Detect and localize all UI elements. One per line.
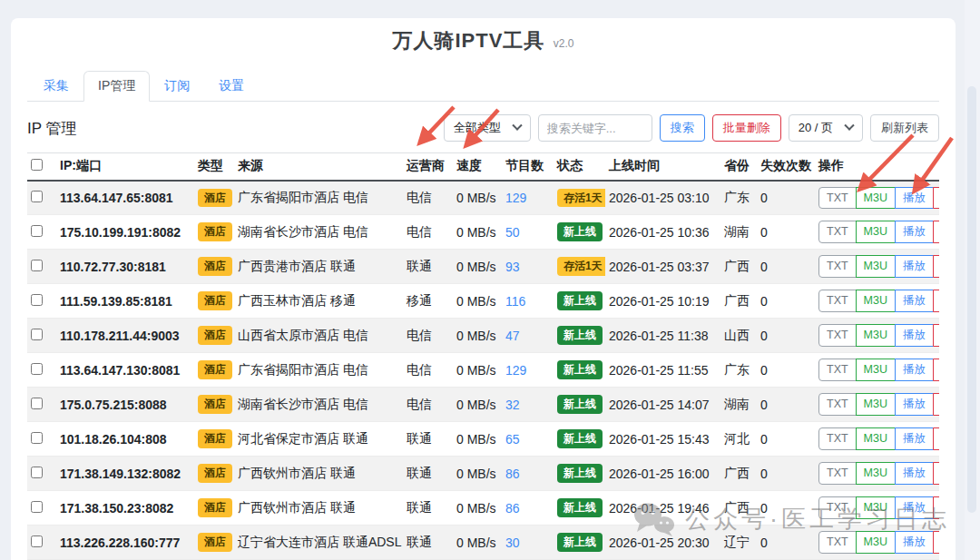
txt-button[interactable]: TXT <box>818 531 857 553</box>
program-count-link[interactable]: 116 <box>502 284 554 319</box>
program-count-link[interactable]: 129 <box>502 353 554 388</box>
row-checkbox[interactable] <box>31 329 43 340</box>
program-count-link[interactable]: 86 <box>502 491 554 526</box>
play-button[interactable]: 播放 <box>895 531 934 553</box>
txt-button[interactable]: TXT <box>818 427 857 449</box>
status-badge: 存活1天 <box>557 189 605 207</box>
select-all-checkbox[interactable] <box>31 159 43 171</box>
source: 辽宁省大连市酒店 联通ADSL <box>234 526 403 560</box>
txt-button[interactable]: TXT <box>818 393 857 415</box>
program-count-link[interactable]: 93 <box>502 250 554 284</box>
play-button[interactable]: 播放 <box>895 427 934 449</box>
txt-button[interactable]: TXT <box>818 496 857 518</box>
row-checkbox[interactable] <box>31 501 43 513</box>
search-button[interactable]: 搜索 <box>660 114 705 142</box>
delete-button[interactable]: 删除 <box>933 393 939 415</box>
program-count-link[interactable]: 32 <box>502 388 554 422</box>
play-button[interactable]: 播放 <box>895 462 934 484</box>
page-size-select[interactable]: 20 / 页 <box>789 114 863 142</box>
txt-button[interactable]: TXT <box>818 462 857 484</box>
delete-button[interactable]: 删除 <box>933 221 939 242</box>
play-button[interactable]: 播放 <box>895 496 934 518</box>
status-badge: 新上线 <box>557 533 603 551</box>
play-button[interactable]: 播放 <box>895 187 934 209</box>
failure-count: 0 <box>757 319 815 353</box>
play-button[interactable]: 播放 <box>895 359 934 380</box>
tab-IP管理[interactable]: IP管理 <box>83 71 150 102</box>
column-header-省份: 省份 <box>720 153 757 181</box>
type-filter-select[interactable]: 全部类型 <box>444 114 531 142</box>
txt-button[interactable]: TXT <box>818 187 857 209</box>
txt-button[interactable]: TXT <box>818 290 857 311</box>
row-checkbox[interactable] <box>31 191 43 202</box>
province: 湖南 <box>720 215 757 250</box>
m3u-button[interactable]: M3U <box>856 290 896 311</box>
m3u-button[interactable]: M3U <box>856 324 896 346</box>
row-checkbox[interactable] <box>31 294 43 306</box>
online-time: 2026-01-25 03:10 <box>605 181 720 215</box>
delete-button[interactable]: 删除 <box>933 462 939 484</box>
source: 湖南省长沙市酒店 电信 <box>234 388 403 422</box>
row-checkbox[interactable] <box>31 398 43 409</box>
delete-button[interactable]: 删除 <box>933 255 939 277</box>
speed: 0 MB/s <box>453 353 502 388</box>
scrollbar[interactable] <box>965 0 980 560</box>
table-row: 111.59.139.85:8181酒店广西玉林市酒店 移通移通0 MB/s11… <box>27 284 939 319</box>
txt-button[interactable]: TXT <box>818 359 857 380</box>
m3u-button[interactable]: M3U <box>856 462 896 484</box>
delete-button[interactable]: 删除 <box>933 290 939 311</box>
play-button[interactable]: 播放 <box>895 255 934 277</box>
m3u-button[interactable]: M3U <box>856 427 896 449</box>
delete-button[interactable]: 删除 <box>933 427 939 449</box>
status-badge: 新上线 <box>557 395 603 413</box>
program-count-link[interactable]: 86 <box>502 457 554 491</box>
speed: 0 MB/s <box>453 388 502 422</box>
delete-button[interactable]: 删除 <box>933 531 939 553</box>
m3u-button[interactable]: M3U <box>856 496 896 518</box>
program-count-link[interactable]: 65 <box>502 422 554 457</box>
m3u-button[interactable]: M3U <box>856 221 896 242</box>
ip-port: 113.64.147.65:8081 <box>56 181 194 215</box>
play-button[interactable]: 播放 <box>895 324 934 346</box>
play-button[interactable]: 播放 <box>895 221 934 242</box>
m3u-button[interactable]: M3U <box>856 255 896 277</box>
play-button[interactable]: 播放 <box>895 393 934 415</box>
play-button[interactable]: 播放 <box>895 290 934 311</box>
speed: 0 MB/s <box>453 422 502 457</box>
program-count-link[interactable]: 30 <box>502 526 554 560</box>
m3u-button[interactable]: M3U <box>856 187 896 209</box>
search-input[interactable] <box>538 114 652 142</box>
m3u-button[interactable]: M3U <box>856 393 896 415</box>
row-checkbox[interactable] <box>31 225 43 237</box>
batch-delete-button[interactable]: 批量删除 <box>712 114 781 142</box>
province: 广西 <box>720 284 757 319</box>
delete-button[interactable]: 删除 <box>933 324 939 346</box>
txt-button[interactable]: TXT <box>818 255 857 277</box>
tab-设置[interactable]: 设置 <box>204 71 259 102</box>
m3u-button[interactable]: M3U <box>856 359 896 380</box>
province: 广西 <box>720 457 757 491</box>
carrier: 电信 <box>403 181 453 215</box>
delete-button[interactable]: 删除 <box>933 496 939 518</box>
delete-button[interactable]: 删除 <box>933 359 939 380</box>
delete-button[interactable]: 删除 <box>933 187 939 209</box>
scrollbar-thumb[interactable] <box>967 86 976 513</box>
txt-button[interactable]: TXT <box>818 221 857 242</box>
failure-count: 0 <box>757 457 815 491</box>
source: 广东省揭阳市酒店 电信 <box>234 181 403 215</box>
carrier: 联通 <box>403 491 453 526</box>
row-checkbox[interactable] <box>31 432 43 444</box>
program-count-link[interactable]: 50 <box>502 215 554 250</box>
program-count-link[interactable]: 47 <box>502 319 554 353</box>
program-count-link[interactable]: 129 <box>502 181 554 215</box>
txt-button[interactable]: TXT <box>818 324 857 346</box>
refresh-button[interactable]: 刷新列表 <box>870 114 939 142</box>
ip-port: 171.38.149.132:8082 <box>56 457 194 491</box>
row-checkbox[interactable] <box>31 363 43 375</box>
tab-订阅[interactable]: 订阅 <box>150 71 204 102</box>
row-checkbox[interactable] <box>31 467 43 478</box>
row-checkbox[interactable] <box>31 260 43 271</box>
m3u-button[interactable]: M3U <box>856 531 896 553</box>
tab-采集[interactable]: 采集 <box>29 71 83 102</box>
row-checkbox[interactable] <box>31 535 43 547</box>
